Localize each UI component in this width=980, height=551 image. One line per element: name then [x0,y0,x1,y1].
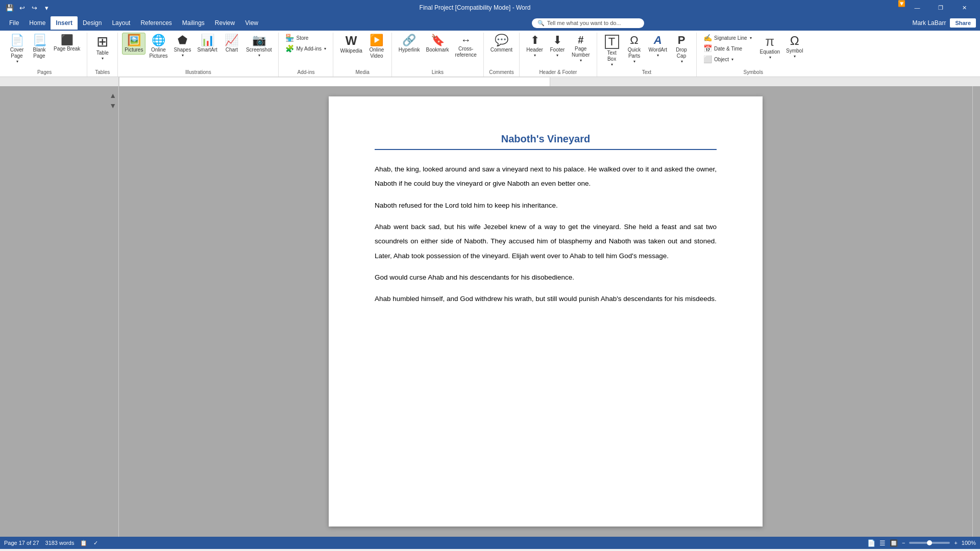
zoom-slider[interactable] [909,542,950,544]
cross-reference-button[interactable]: ↔ Cross-reference [453,33,479,60]
equation-icon: π [765,35,774,48]
ribbon-group-text: T TextBox ▾ Ω QuickParts ▾ A WordArt ▾ P… [597,33,697,77]
chart-button[interactable]: 📈 Chart [221,33,242,55]
addins-group-label: Add-ins [298,68,315,77]
minimize-button[interactable]: — [905,0,929,15]
table-button[interactable]: ⊞ Table ▾ [92,33,113,62]
tab-view[interactable]: View [240,16,263,30]
tab-insert[interactable]: Insert [51,16,78,30]
symbols-group-label: Symbols [744,68,763,77]
ribbon-group-symbols: ✍ Signature Line ▾ 📅 Date & Time ⬜ Objec… [697,33,810,77]
cross-reference-icon: ↔ [461,35,471,45]
wikipedia-button[interactable]: W Wikipedia [337,33,364,56]
doc-area[interactable]: Naboth's Vineyard Ahab, the king, looked… [119,86,972,537]
view-reading-icon[interactable]: ☰ [879,539,886,547]
footer-icon: ⬇ [553,35,562,46]
collapse-ribbon-icon[interactable]: 🔽 [898,0,905,15]
paragraph-5: Ahab humbled himself, and God withdrew h… [375,292,717,306]
tab-home[interactable]: Home [24,16,51,30]
wordart-button[interactable]: A WordArt ▾ [646,33,670,59]
page-break-button[interactable]: ⬛ Page Break [51,33,83,54]
proofing-icon[interactable]: 📋 [80,540,87,546]
zoom-out-icon[interactable]: − [902,540,905,546]
symbol-button[interactable]: Ω Symbol ▾ [783,33,805,60]
page-break-icon: ⬛ [61,35,74,45]
right-panel [972,86,980,537]
ruler-main: /* ruler ticks rendered via CSS */ [119,77,550,86]
tab-design[interactable]: Design [78,16,107,30]
pictures-button[interactable]: 🖼️ Pictures [122,33,145,55]
left-panel: ▲ ▼ [0,86,119,537]
customize-quick-access-icon[interactable]: ▾ [41,2,52,13]
screenshot-button[interactable]: 📷 Screenshot ▾ [243,33,275,59]
shapes-button[interactable]: ⬟ Shapes ▾ [172,33,194,59]
blank-page-button[interactable]: 📃 BlankPage [29,33,50,61]
date-time-button[interactable]: 📅 Date & Time [701,43,754,54]
ruler: /* ruler ticks rendered via CSS */ [0,77,980,86]
zoom-in-icon[interactable]: + [954,540,957,546]
tab-layout[interactable]: Layout [107,16,135,30]
document-title: Naboth's Vineyard [375,133,717,150]
online-pictures-button[interactable]: 🌐 OnlinePictures [146,33,170,61]
tell-me-input[interactable]: 🔍 Tell me what you want to do... [532,18,644,28]
table-icon: ⊞ [96,35,108,49]
zoom-level[interactable]: 100% [962,540,976,546]
accessibility-icon[interactable]: ✓ [93,540,98,546]
header-button[interactable]: ⬆ Header ▾ [524,33,546,59]
quick-access-toolbar: 💾 ↩ ↪ ▾ [4,2,52,13]
media-group-label: Media [356,68,370,77]
online-pictures-icon: 🌐 [152,35,165,46]
bookmark-icon: 🔖 [431,35,445,46]
close-button[interactable]: ✕ [952,0,976,15]
smartart-button[interactable]: 📊 SmartArt [194,33,219,55]
footer-button[interactable]: ⬇ Footer ▾ [547,33,568,59]
page-info[interactable]: Page 17 of 27 [4,540,39,546]
drop-cap-button[interactable]: P DropCap ▾ [671,33,692,65]
cover-page-button[interactable]: 📄 CoverPage ▾ [6,33,28,65]
tab-review[interactable]: Review [210,16,240,30]
window-title: Final Project [Compatibility Mode] - Wor… [52,4,898,11]
view-normal-icon[interactable]: 📄 [867,539,875,547]
ribbon-group-comments: 💬 Comment Comments [484,33,520,77]
share-button[interactable]: Share [950,18,976,28]
user-name: Mark LaBarr [912,19,946,27]
redo-icon[interactable]: ↪ [29,2,40,13]
my-add-ins-icon: 🧩 [285,44,294,53]
word-count[interactable]: 3183 words [45,540,75,546]
store-button[interactable]: 🏪 Store [283,33,329,43]
restore-button[interactable]: ❐ [929,0,952,15]
my-add-ins-button[interactable]: 🧩 My Add-ins ▾ [283,43,329,54]
signature-line-icon: ✍ [703,34,712,42]
page-nav-up-icon[interactable]: ▲ [109,91,116,99]
wikipedia-icon: W [346,35,357,47]
comments-group-label: Comments [489,68,513,77]
ribbon-tabs: File Home Insert Design Layout Reference… [4,16,263,30]
save-icon[interactable]: 💾 [4,2,15,13]
page-number-button[interactable]: # PageNumber ▾ [569,33,593,64]
tab-references[interactable]: References [135,16,177,30]
undo-icon[interactable]: ↩ [16,2,28,13]
text-box-button[interactable]: T TextBox ▾ [601,33,623,68]
view-web-icon[interactable]: 🔲 [890,539,898,547]
ribbon-group-links: 🔗 Hyperlink 🔖 Bookmark ↔ Cross-reference… [392,33,484,77]
quick-parts-icon: Ω [630,35,638,46]
paragraph-1: Ahab, the king, looked around and saw a … [375,162,717,191]
page-nav-down-icon[interactable]: ▼ [109,102,116,110]
symbol-icon: Ω [790,35,799,47]
comment-button[interactable]: 💬 Comment [488,33,515,55]
bookmark-button[interactable]: 🔖 Bookmark [424,33,452,55]
quick-parts-button[interactable]: Ω QuickParts ▾ [624,33,645,65]
tab-mailings[interactable]: Mailings [177,16,210,30]
ribbon-group-media: W Wikipedia ▶️ OnlineVideo Media [333,33,391,77]
object-button[interactable]: ⬜ Object ▾ [701,54,754,64]
document-body[interactable]: Ahab, the king, looked around and saw a … [375,162,717,307]
online-video-button[interactable]: ▶️ OnlineVideo [366,33,387,61]
signature-line-button[interactable]: ✍ Signature Line ▾ [701,33,754,43]
tab-file[interactable]: File [4,16,24,30]
paragraph-3: Ahab went back sad, but his wife Jezebel… [375,220,717,263]
ribbon-header: File Home Insert Design Layout Reference… [0,15,980,31]
chart-icon: 📈 [225,35,238,46]
equation-button[interactable]: π Equation ▾ [757,33,782,61]
hyperlink-button[interactable]: 🔗 Hyperlink [396,33,423,55]
ribbon-group-tables: ⊞ Table ▾ Tables [87,33,118,77]
